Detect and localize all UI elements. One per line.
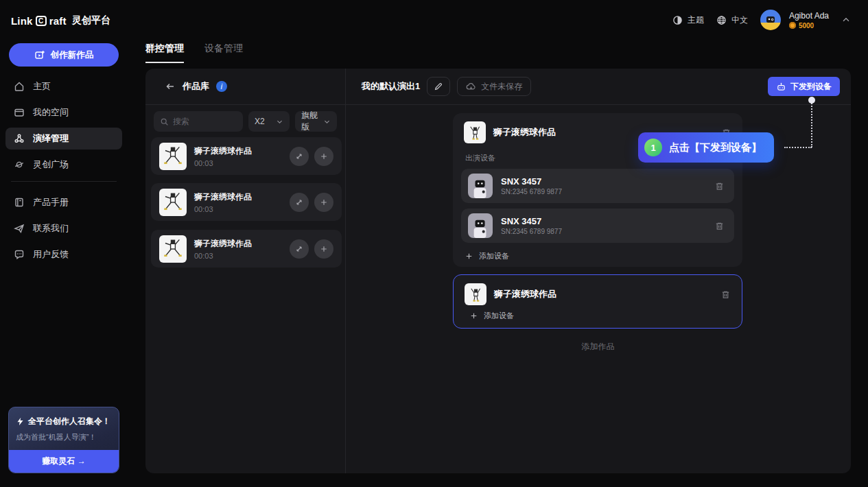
plus-icon [465, 252, 473, 260]
chevron-down-icon [276, 118, 283, 126]
library-item[interactable]: 狮子滚绣球作品 00:03 [151, 137, 342, 175]
search-input[interactable] [173, 117, 237, 126]
folder-icon [14, 107, 25, 118]
work-title: 狮子滚绣球作品 [494, 288, 713, 300]
tooltip-text: 点击【下发到设备】 [669, 141, 762, 154]
add-work-button[interactable]: 添加作品 [345, 341, 851, 353]
guide-tooltip: 1 点击【下发到设备】 [638, 132, 774, 163]
work-thumbnail [465, 283, 486, 305]
sidebar-item-label: 产品手册 [33, 196, 69, 209]
work-thumbnail [159, 189, 187, 216]
tier-filter-dropdown[interactable]: 旗舰版 [295, 111, 337, 132]
platform-name: 灵创平台 [72, 14, 111, 27]
robot-avatar [468, 213, 493, 238]
app-logo: LinkCraft 灵创平台 [11, 14, 110, 27]
preview-expand-button[interactable] [290, 193, 309, 212]
work-thumbnail [159, 235, 187, 263]
device-serial: SN:2345 6789 9877 [501, 228, 706, 235]
sidebar-item-my-space[interactable]: 我的空间 [5, 102, 122, 123]
work-thumbnail [159, 143, 187, 170]
sidebar-item-plaza[interactable]: 灵创广场 [5, 154, 122, 176]
add-to-stage-button[interactable] [314, 239, 333, 259]
logo-text: Link [11, 15, 33, 27]
sidebar-item-contact-us[interactable]: 联系我们 [5, 217, 122, 239]
logo-c-icon: C [36, 16, 47, 26]
home-icon [14, 81, 25, 92]
cloud-icon [466, 82, 476, 92]
guide-connector-horizontal [784, 147, 812, 148]
guide-connector-vertical [811, 101, 812, 147]
speed-filter-dropdown[interactable]: X2 [248, 111, 290, 132]
tab-group-control[interactable]: 群控管理 [145, 43, 184, 63]
theme-toggle[interactable]: 主题 [672, 14, 704, 26]
save-status-text: 文件未保存 [481, 81, 522, 93]
tier-filter-value: 旗舰版 [301, 110, 323, 133]
coin-count: 5000 [799, 22, 814, 29]
language-label: 中文 [731, 14, 748, 26]
avatar[interactable] [760, 10, 781, 30]
stage-header: 我的默认演出1 文件未保存 [345, 69, 769, 104]
add-device-label: 添加设备 [484, 311, 514, 321]
trash-icon[interactable] [720, 289, 731, 300]
info-icon[interactable]: i [216, 81, 227, 92]
library-item[interactable]: 狮子滚绣球作品 00:03 [151, 183, 342, 221]
device-row[interactable]: SNX 3457 SN:2345 6789 9877 [461, 169, 734, 203]
device-meta: SNX 3457 SN:2345 6789 9877 [501, 216, 706, 235]
add-device-button[interactable]: 添加设备 [465, 251, 730, 261]
nav-divider [11, 181, 117, 182]
sidebar-item-label: 用户反馈 [33, 248, 69, 261]
sidebar-item-performance-management[interactable]: 演绎管理 [5, 128, 122, 150]
trash-icon[interactable] [714, 221, 725, 231]
stage-work-card-selected[interactable]: 狮子滚绣球作品 添加设备 [453, 274, 742, 329]
logo-text: raft [49, 15, 67, 27]
step-badge: 1 [644, 139, 662, 156]
sidebar-item-label: 联系我们 [33, 222, 69, 235]
sidebar-item-product-manual[interactable]: 产品手册 [5, 191, 122, 213]
sidebar-item-label: 灵创广场 [33, 158, 69, 171]
robot-head-icon [776, 82, 786, 92]
library-header: 作品库 i [145, 69, 345, 104]
language-switcher[interactable]: 中文 [716, 14, 748, 26]
main-panel: 作品库 i 我的默认演出1 文件未保存 下发到设备 [145, 69, 851, 473]
pencil-icon [434, 82, 443, 91]
video-plus-icon [34, 49, 45, 60]
header-divider [145, 104, 851, 105]
create-work-button[interactable]: 创作新作品 [9, 43, 119, 67]
deploy-label: 下发到设备 [790, 81, 832, 93]
back-icon[interactable] [165, 81, 176, 92]
add-device-button[interactable]: 添加设备 [470, 311, 729, 321]
work-card-header: 狮子滚绣球作品 [462, 283, 734, 305]
robot-avatar [468, 174, 493, 198]
add-to-stage-button[interactable] [314, 147, 333, 166]
sidebar-item-user-feedback[interactable]: 用户反馈 [5, 244, 122, 265]
tab-device-management[interactable]: 设备管理 [204, 43, 243, 63]
sidebar-item-label: 我的空间 [33, 106, 69, 119]
device-row[interactable]: SNX 3457 SN:2345 6789 9877 [461, 209, 734, 243]
work-meta: 狮子滚绣球作品 00:03 [194, 238, 282, 260]
chevron-up-icon[interactable] [841, 15, 851, 25]
device-serial: SN:2345 6789 9877 [501, 188, 706, 195]
sidebar-item-label: 主页 [33, 80, 51, 93]
show-title: 我的默认演出1 [362, 80, 420, 93]
promo-title: 全平台创作人召集令！ [28, 416, 110, 427]
library-item[interactable]: 狮子滚绣球作品 00:03 [151, 230, 342, 268]
sidebar-item-home[interactable]: 主页 [5, 75, 122, 97]
work-title: 狮子滚绣球作品 [194, 238, 282, 250]
library-filters: X2 旗舰版 [154, 111, 345, 132]
preview-expand-button[interactable] [290, 239, 309, 259]
chevron-down-icon [323, 118, 331, 126]
network-icon [14, 133, 25, 144]
earn-gems-button[interactable]: 赚取灵石 → [9, 450, 119, 473]
preview-expand-button[interactable] [290, 147, 309, 166]
library-title: 作品库 [183, 80, 209, 93]
trash-icon[interactable] [714, 181, 725, 191]
device-name: SNX 3457 [501, 216, 706, 226]
panel-divider [345, 69, 346, 473]
work-meta: 狮子滚绣球作品 00:03 [194, 191, 282, 213]
edit-title-button[interactable] [427, 77, 450, 96]
book-icon [14, 197, 25, 208]
deploy-button[interactable]: 下发到设备 [768, 77, 840, 96]
speed-filter-value: X2 [255, 117, 265, 126]
add-to-stage-button[interactable] [314, 193, 333, 212]
work-thumbnail [464, 121, 486, 143]
